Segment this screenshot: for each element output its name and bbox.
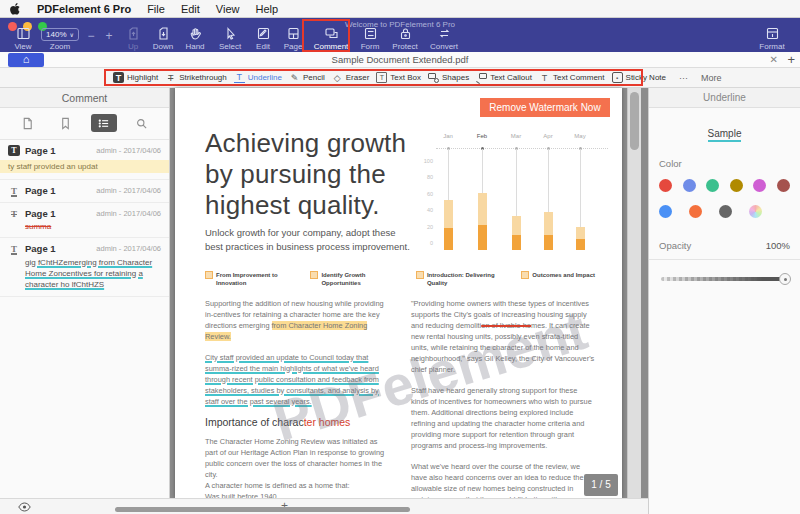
ellipsis-icon[interactable]: ··· (679, 73, 688, 83)
menu-file[interactable]: File (147, 3, 165, 15)
macos-menu-bar: PDFelement 6 Pro File Edit View Help (0, 0, 800, 18)
eraser-tool[interactable]: ◇Eraser (332, 72, 370, 83)
comment-highlight-box (302, 19, 350, 52)
slider-track[interactable] (661, 277, 788, 281)
menu-view[interactable]: View (216, 3, 240, 15)
strikethrough-tool[interactable]: TStrikethrough (165, 72, 227, 83)
comment-list-item[interactable]: T Page 1 admin - 2017/04/06 summa (0, 203, 169, 238)
tab-comment-list[interactable] (91, 114, 117, 132)
edit-pencil-icon (256, 26, 271, 41)
annotation-toolbar: THighlight TStrikethrough TUnderline ✎Pe… (0, 68, 800, 88)
vertical-scrollbar[interactable] (627, 88, 641, 498)
color-swatch[interactable] (753, 179, 766, 192)
view-button[interactable]: View (8, 23, 38, 51)
legend-icon (521, 271, 529, 279)
comment-list-item[interactable]: T Page 1 admin - 2017/04/06 gig fChtHZem… (0, 238, 169, 297)
legend-item: Outcomes and Impact (521, 271, 595, 287)
more-button[interactable]: More (701, 73, 722, 83)
remove-watermark-button[interactable]: Remove Watermark Now (480, 98, 610, 117)
new-tab-icon[interactable]: + (787, 52, 795, 67)
document-area: Remove Watermark Now Achieving growth by… (170, 88, 648, 514)
text-comment-icon: T (539, 72, 550, 83)
toggle-visibility-eye-icon[interactable] (18, 502, 31, 512)
text-box-tool[interactable]: TText Box (376, 72, 421, 83)
document-tab[interactable]: Sample Document Extended.pdf (0, 54, 800, 65)
edit-button[interactable]: Edit (248, 23, 278, 51)
page-indicator-badge: 1 / 5 (584, 474, 618, 496)
format-panel-icon (765, 26, 780, 41)
form-button[interactable]: Form (354, 23, 386, 51)
zoom-out-button[interactable]: − (82, 29, 100, 51)
menu-edit[interactable]: Edit (181, 3, 200, 15)
sticky-note-tool[interactable]: ▪Sticky Note (612, 72, 666, 83)
comment-button[interactable]: Comment (308, 23, 354, 51)
opacity-row: Opacity 100% (649, 240, 800, 251)
text-callout-tool[interactable]: Text Callout (476, 72, 532, 83)
shapes-tool[interactable]: Shapes (428, 72, 469, 83)
comment-excerpt: gig fChtHZemerging from Character Home Z… (25, 257, 157, 290)
menu-help[interactable]: Help (256, 3, 279, 15)
color-swatch[interactable] (683, 179, 696, 192)
highlight-annotation-icon: T (8, 145, 20, 156)
color-swatch[interactable] (730, 179, 743, 192)
apple-logo-icon[interactable] (10, 3, 21, 15)
select-tool-button[interactable]: Select (212, 23, 248, 51)
pdf-page[interactable]: Remove Watermark Now Achieving growth by… (175, 88, 622, 498)
slider-handle[interactable] (779, 273, 791, 285)
tab-bar: ⌂ Sample Document Extended.pdf ✕ + (0, 52, 800, 68)
close-tab-icon[interactable]: ✕ (770, 54, 778, 65)
list-icon (97, 117, 110, 130)
page-up-button[interactable]: Up (118, 23, 148, 51)
color-swatch[interactable] (777, 179, 790, 192)
color-swatch[interactable] (689, 205, 702, 218)
menu-app-name[interactable]: PDFelement 6 Pro (37, 3, 131, 15)
cursor-icon (223, 26, 238, 41)
struck-text: on of livable ho (481, 321, 531, 330)
color-swatch[interactable] (706, 179, 719, 192)
legend-item: From Improvement to Innovation (205, 271, 294, 287)
legend-icon (310, 271, 318, 279)
tab-thumbnails[interactable] (15, 114, 41, 132)
legend-icon (205, 271, 213, 279)
format-button[interactable]: Format (752, 23, 792, 51)
toolbar-buttons: View 140%∨ Zoom − + Up Down Hand S (0, 23, 800, 51)
underline-tool[interactable]: TUnderline (234, 73, 282, 83)
format-sidebar: Underline Sample Color Opacity 100% (648, 88, 800, 514)
horizontal-scrollbar-thumb[interactable] (115, 507, 410, 512)
pencil-tool[interactable]: ✎Pencil (289, 72, 325, 83)
color-swatch[interactable] (719, 205, 732, 218)
underline-icon: T (234, 73, 245, 83)
convert-button[interactable]: Convert (424, 23, 464, 51)
tab-search[interactable] (129, 114, 155, 132)
color-label: Color (659, 158, 800, 169)
hand-tool-button[interactable]: Hand (178, 23, 212, 51)
tab-bookmarks[interactable] (53, 114, 79, 132)
comment-excerpt: ty staff provided an updat (0, 160, 169, 173)
zoom-in-button[interactable]: + (100, 29, 118, 51)
scrollbar-thumb[interactable] (630, 92, 639, 150)
page-icon (21, 117, 34, 130)
highlight-tool[interactable]: THighlight (113, 72, 158, 83)
underline-annotation-icon: T (8, 244, 20, 254)
color-swatch[interactable] (659, 205, 672, 218)
page-down-button[interactable]: Down (148, 23, 178, 51)
text-comment-tool[interactable]: TText Comment (539, 72, 605, 83)
right-text-column: "Providing home owners with these types … (411, 298, 595, 498)
zoom-control[interactable]: 140%∨ Zoom (38, 23, 82, 51)
zoom-dropdown[interactable]: 140%∨ (41, 28, 79, 41)
underline-annotation-icon: T (8, 186, 20, 196)
color-swatch[interactable] (659, 179, 672, 192)
bar-chart: 020406080100JanFebMarAprMay (420, 133, 615, 258)
comment-list-item[interactable]: T Page 1 admin - 2017/04/06 (0, 180, 169, 203)
form-icon (363, 26, 378, 41)
highlight-icon: T (113, 72, 124, 83)
custom-color-picker-swatch[interactable] (749, 205, 762, 218)
page-grid-icon (286, 26, 301, 41)
document-heading: Achieving growth by pursuing the highest… (205, 128, 406, 221)
color-swatches-row2 (659, 205, 790, 218)
sticky-note-icon: ▪ (612, 72, 623, 83)
opacity-slider[interactable] (661, 273, 788, 285)
pencil-icon: ✎ (289, 72, 300, 83)
comment-list-item[interactable]: T Page 1 admin - 2017/04/06 ty staff pro… (0, 140, 169, 180)
protect-button[interactable]: Protect (386, 23, 424, 51)
